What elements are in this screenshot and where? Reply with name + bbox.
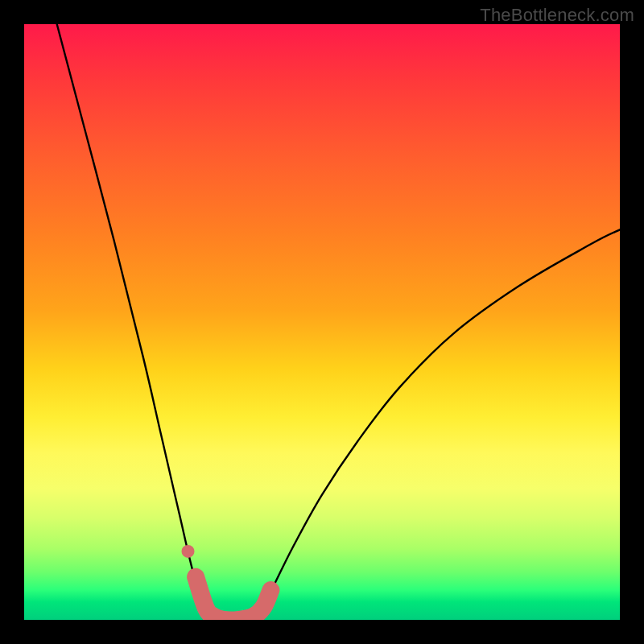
bottleneck-curve: [57, 24, 620, 620]
trough-marker: [196, 577, 270, 620]
detached-dot: [182, 545, 195, 558]
chart-frame: TheBottleneck.com: [0, 0, 644, 644]
watermark-text: TheBottleneck.com: [480, 5, 634, 26]
curve-layer: [24, 24, 620, 620]
plot-area: [24, 24, 620, 620]
